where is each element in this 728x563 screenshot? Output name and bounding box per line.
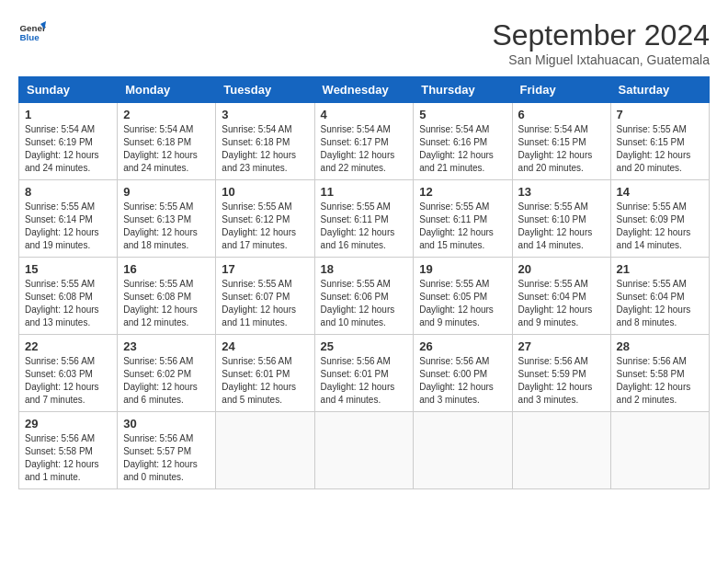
day-info: Sunrise: 5:55 AMSunset: 6:13 PMDaylight:… — [123, 201, 198, 250]
day-number: 14 — [617, 185, 703, 199]
calendar-week-4: 22Sunrise: 5:56 AMSunset: 6:03 PMDayligh… — [19, 335, 710, 412]
calendar-cell: 5Sunrise: 5:54 AMSunset: 6:16 PMDaylight… — [414, 103, 512, 180]
day-number: 3 — [222, 108, 308, 121]
day-info: Sunrise: 5:55 AMSunset: 6:04 PMDaylight:… — [617, 279, 691, 327]
day-info: Sunrise: 5:54 AMSunset: 6:16 PMDaylight:… — [419, 124, 494, 173]
calendar-table: SundayMondayTuesdayWednesdayThursdayFrid… — [18, 76, 710, 489]
location: San Miguel Ixtahuacan, Guatemala — [492, 52, 710, 67]
calendar-cell: 1Sunrise: 5:54 AMSunset: 6:19 PMDaylight… — [19, 103, 118, 180]
day-info: Sunrise: 5:55 AMSunset: 6:14 PMDaylight:… — [25, 201, 99, 250]
day-info: Sunrise: 5:54 AMSunset: 6:18 PMDaylight:… — [123, 124, 198, 173]
day-number: 27 — [518, 339, 605, 353]
day-info: Sunrise: 5:55 AMSunset: 6:12 PMDaylight:… — [222, 201, 296, 250]
day-header-sunday: Sunday — [19, 77, 118, 103]
day-number: 9 — [123, 185, 210, 199]
calendar-cell: 25Sunrise: 5:56 AMSunset: 6:01 PMDayligh… — [314, 335, 414, 412]
calendar-cell: 21Sunrise: 5:55 AMSunset: 6:04 PMDayligh… — [610, 258, 709, 335]
day-info: Sunrise: 5:56 AMSunset: 6:00 PMDaylight:… — [419, 356, 494, 405]
calendar-cell: 13Sunrise: 5:55 AMSunset: 6:10 PMDayligh… — [512, 180, 610, 258]
calendar-cell: 20Sunrise: 5:55 AMSunset: 6:04 PMDayligh… — [512, 258, 610, 335]
day-number: 7 — [617, 108, 703, 121]
day-header-wednesday: Wednesday — [314, 77, 414, 103]
day-number: 25 — [321, 339, 408, 353]
calendar-cell — [414, 412, 512, 489]
calendar-cell: 9Sunrise: 5:55 AMSunset: 6:13 PMDaylight… — [118, 180, 216, 258]
day-number: 20 — [518, 262, 605, 276]
day-info: Sunrise: 5:56 AMSunset: 6:01 PMDaylight:… — [321, 356, 395, 405]
day-info: Sunrise: 5:56 AMSunset: 5:58 PMDaylight:… — [25, 433, 99, 482]
day-number: 23 — [123, 339, 210, 353]
day-header-friday: Friday — [512, 77, 610, 103]
calendar-week-5: 29Sunrise: 5:56 AMSunset: 5:58 PMDayligh… — [19, 412, 710, 489]
calendar-cell: 27Sunrise: 5:56 AMSunset: 5:59 PMDayligh… — [512, 335, 610, 412]
calendar-cell: 11Sunrise: 5:55 AMSunset: 6:11 PMDayligh… — [314, 180, 414, 258]
day-number: 12 — [419, 185, 506, 199]
calendar-cell — [512, 412, 610, 489]
calendar-cell: 28Sunrise: 5:56 AMSunset: 5:58 PMDayligh… — [610, 335, 709, 412]
calendar-cell: 19Sunrise: 5:55 AMSunset: 6:05 PMDayligh… — [414, 258, 512, 335]
calendar-cell: 15Sunrise: 5:55 AMSunset: 6:08 PMDayligh… — [19, 258, 118, 335]
day-number: 5 — [419, 108, 506, 121]
day-info: Sunrise: 5:56 AMSunset: 6:03 PMDaylight:… — [25, 356, 99, 405]
calendar-cell: 16Sunrise: 5:55 AMSunset: 6:08 PMDayligh… — [118, 258, 216, 335]
calendar-cell: 6Sunrise: 5:54 AMSunset: 6:15 PMDaylight… — [512, 103, 610, 180]
calendar-week-3: 15Sunrise: 5:55 AMSunset: 6:08 PMDayligh… — [19, 258, 710, 335]
day-number: 6 — [518, 108, 605, 121]
day-number: 29 — [25, 417, 111, 431]
calendar-cell: 3Sunrise: 5:54 AMSunset: 6:18 PMDaylight… — [216, 103, 314, 180]
calendar-cell: 14Sunrise: 5:55 AMSunset: 6:09 PMDayligh… — [610, 180, 709, 258]
day-number: 16 — [123, 262, 210, 276]
calendar-cell: 26Sunrise: 5:56 AMSunset: 6:00 PMDayligh… — [414, 335, 512, 412]
calendar-cell: 17Sunrise: 5:55 AMSunset: 6:07 PMDayligh… — [216, 258, 314, 335]
day-number: 13 — [518, 185, 605, 199]
day-header-saturday: Saturday — [610, 77, 709, 103]
calendar-week-1: 1Sunrise: 5:54 AMSunset: 6:19 PMDaylight… — [19, 103, 710, 180]
day-number: 2 — [123, 108, 210, 121]
day-info: Sunrise: 5:55 AMSunset: 6:06 PMDaylight:… — [321, 279, 395, 327]
day-number: 15 — [25, 262, 111, 276]
day-number: 4 — [321, 108, 408, 121]
day-info: Sunrise: 5:55 AMSunset: 6:11 PMDaylight:… — [321, 201, 395, 250]
day-number: 17 — [222, 262, 308, 276]
day-info: Sunrise: 5:54 AMSunset: 6:18 PMDaylight:… — [222, 124, 296, 173]
title-area: September 2024 San Miguel Ixtahuacan, Gu… — [492, 18, 710, 67]
day-info: Sunrise: 5:56 AMSunset: 5:58 PMDaylight:… — [617, 356, 691, 405]
svg-text:Blue: Blue — [20, 32, 40, 42]
calendar-cell — [610, 412, 709, 489]
calendar-cell: 4Sunrise: 5:54 AMSunset: 6:17 PMDaylight… — [314, 103, 414, 180]
calendar-cell: 24Sunrise: 5:56 AMSunset: 6:01 PMDayligh… — [216, 335, 314, 412]
calendar-header-row: SundayMondayTuesdayWednesdayThursdayFrid… — [19, 77, 710, 103]
calendar-cell: 2Sunrise: 5:54 AMSunset: 6:18 PMDaylight… — [118, 103, 216, 180]
day-info: Sunrise: 5:55 AMSunset: 6:09 PMDaylight:… — [617, 201, 691, 250]
day-info: Sunrise: 5:55 AMSunset: 6:11 PMDaylight:… — [419, 201, 494, 250]
day-number: 8 — [25, 185, 111, 199]
day-info: Sunrise: 5:55 AMSunset: 6:10 PMDaylight:… — [518, 201, 593, 250]
day-info: Sunrise: 5:55 AMSunset: 6:07 PMDaylight:… — [222, 279, 296, 327]
calendar-cell: 18Sunrise: 5:55 AMSunset: 6:06 PMDayligh… — [314, 258, 414, 335]
day-number: 26 — [419, 339, 506, 353]
calendar-cell: 7Sunrise: 5:55 AMSunset: 6:15 PMDaylight… — [610, 103, 709, 180]
calendar-cell: 22Sunrise: 5:56 AMSunset: 6:03 PMDayligh… — [19, 335, 118, 412]
calendar-cell — [216, 412, 314, 489]
day-number: 21 — [617, 262, 703, 276]
day-header-tuesday: Tuesday — [216, 77, 314, 103]
month-title: September 2024 — [492, 18, 710, 52]
calendar-cell: 29Sunrise: 5:56 AMSunset: 5:58 PMDayligh… — [19, 412, 118, 489]
day-info: Sunrise: 5:54 AMSunset: 6:17 PMDaylight:… — [321, 124, 395, 173]
day-info: Sunrise: 5:54 AMSunset: 6:19 PMDaylight:… — [25, 124, 99, 173]
calendar-cell — [314, 412, 414, 489]
day-info: Sunrise: 5:55 AMSunset: 6:05 PMDaylight:… — [419, 279, 494, 327]
calendar-week-2: 8Sunrise: 5:55 AMSunset: 6:14 PMDaylight… — [19, 180, 710, 258]
day-info: Sunrise: 5:56 AMSunset: 6:02 PMDaylight:… — [123, 356, 198, 405]
calendar-cell: 30Sunrise: 5:56 AMSunset: 5:57 PMDayligh… — [118, 412, 216, 489]
day-number: 30 — [123, 417, 210, 431]
day-number: 18 — [321, 262, 408, 276]
logo-icon: General Blue — [18, 18, 46, 46]
day-header-monday: Monday — [118, 77, 216, 103]
day-info: Sunrise: 5:55 AMSunset: 6:15 PMDaylight:… — [617, 124, 691, 173]
calendar-cell: 23Sunrise: 5:56 AMSunset: 6:02 PMDayligh… — [118, 335, 216, 412]
day-info: Sunrise: 5:56 AMSunset: 5:57 PMDaylight:… — [123, 433, 198, 482]
day-number: 22 — [25, 339, 111, 353]
day-number: 10 — [222, 185, 308, 199]
day-info: Sunrise: 5:55 AMSunset: 6:08 PMDaylight:… — [123, 279, 198, 327]
